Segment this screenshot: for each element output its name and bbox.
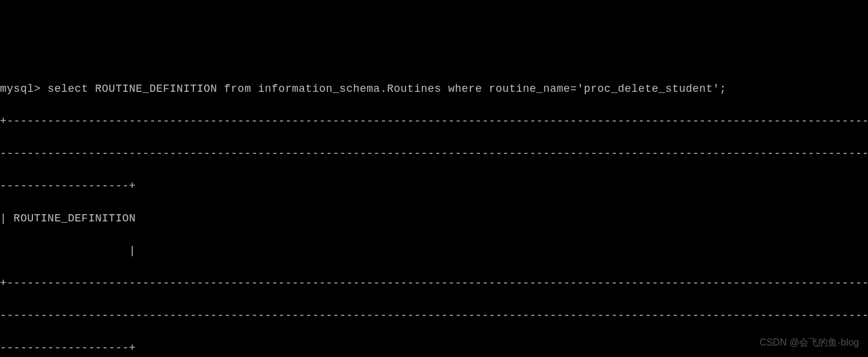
table-header: | ROUTINE_DEFINITION [0,211,868,227]
table-border-top-1: +---------------------------------------… [0,113,868,130]
table-border-mid-2: ----------------------------------------… [0,308,868,324]
prompt-line: mysql> select ROUTINE_DEFINITION from in… [0,81,868,97]
mysql-prompt: mysql> [0,83,47,95]
table-header-end: | [0,243,868,259]
table-border-mid-3: -------------------+ [0,340,868,356]
table-border-mid-1: +---------------------------------------… [0,275,868,292]
mysql-terminal[interactable]: mysql> select ROUTINE_DEFINITION from in… [0,65,868,357]
table-border-top-2: ----------------------------------------… [0,146,868,162]
table-border-top-3: -------------------+ [0,178,868,194]
sql-query: select ROUTINE_DEFINITION from informati… [47,83,726,95]
csdn-watermark: CSDN @会飞的鱼-blog [759,335,859,350]
